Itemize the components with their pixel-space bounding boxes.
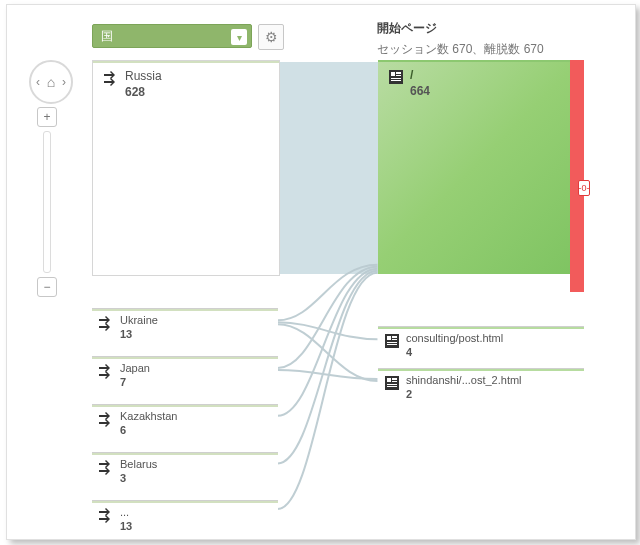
source-node-2[interactable]: Japan7 [92,356,278,389]
zoom-track[interactable] [43,131,51,273]
traffic-arrows-icon [98,411,114,427]
svg-rect-7 [387,336,391,340]
svg-rect-15 [392,381,397,382]
svg-rect-5 [391,80,401,81]
page-icon [388,69,404,85]
source-value: 7 [120,376,150,388]
traffic-arrows-icon [98,459,114,475]
gear-icon: ⚙ [265,29,278,45]
source-label: Ukraine [120,314,158,326]
svg-rect-16 [387,384,397,385]
traffic-arrows-icon [98,363,114,379]
zoom-in-button[interactable]: + [37,107,57,127]
svg-rect-11 [387,344,397,345]
destination-value: 2 [406,388,522,400]
svg-rect-10 [387,342,397,343]
destination-value: 664 [410,84,430,98]
dimension-select[interactable]: 国 ▾ [92,24,252,48]
destination-label: / [410,68,430,82]
settings-button[interactable]: ⚙ [258,24,284,50]
svg-rect-4 [391,78,401,79]
source-node-5[interactable]: ...13 [92,500,278,533]
source-node-3[interactable]: Kazakhstan6 [92,404,278,437]
exit-marker[interactable]: -0- [578,180,590,196]
page-icon [384,375,400,391]
exit-bar [570,60,584,292]
zoom-out-button[interactable]: − [37,277,57,297]
destination-subtitle: セッション数 670、離脱数 670 [377,41,544,58]
destination-value: 4 [406,346,503,358]
svg-rect-17 [387,386,397,387]
destination-title: 開始ページ [377,20,544,37]
chevron-left-icon: ‹ [36,75,40,89]
svg-rect-3 [396,75,401,76]
dimension-label: 国 [101,28,113,45]
source-value: 6 [120,424,177,436]
source-node-4[interactable]: Belarus3 [92,452,278,485]
destination-node-2[interactable]: shindanshi/...ost_2.html2 [378,368,584,401]
zoom-control: + − [37,107,57,297]
source-label: Kazakhstan [120,410,177,422]
destination-label: consulting/post.html [406,332,503,344]
svg-rect-9 [392,339,397,340]
svg-rect-1 [391,72,395,76]
page-icon [384,333,400,349]
chevron-right-icon: › [62,75,66,89]
source-value: 13 [120,520,132,532]
home-icon: ⌂ [47,74,55,90]
svg-rect-8 [392,336,397,338]
destination-header: 開始ページ セッション数 670、離脱数 670 [377,20,544,58]
source-value: 13 [120,328,158,340]
destination-node-0[interactable]: / 664 [378,60,570,274]
exit-marker-label: -0- [579,183,590,193]
destination-node-1[interactable]: consulting/post.html4 [378,326,584,359]
flow-panel: ‹ ⌂ › + − 国 ▾ ⚙ 開始ページ セッション数 670、離脱数 670 [6,4,636,540]
source-value: 3 [120,472,157,484]
svg-rect-13 [387,378,391,382]
source-node-1[interactable]: Ukraine13 [92,308,278,341]
traffic-arrows-icon [103,70,119,86]
svg-rect-2 [396,72,401,74]
source-label: Japan [120,362,150,374]
destination-label: shindanshi/...ost_2.html [406,374,522,386]
traffic-arrows-icon [98,315,114,331]
home-nav[interactable]: ‹ ⌂ › [29,60,73,104]
source-value: 628 [125,85,162,99]
source-node-0[interactable]: Russia 628 [92,60,280,276]
chevron-down-icon: ▾ [231,29,247,45]
source-label: Russia [125,69,162,83]
svg-rect-14 [392,378,397,380]
source-label: ... [120,506,132,518]
source-label: Belarus [120,458,157,470]
traffic-arrows-icon [98,507,114,523]
